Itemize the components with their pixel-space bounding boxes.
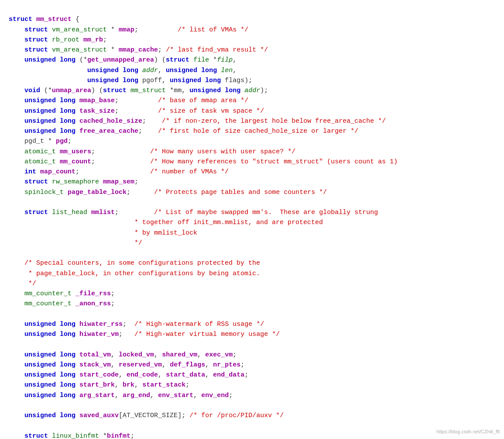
watermark: https://blog.csdn.net/CZHit_fft — [436, 428, 500, 436]
code-content: struct mm_struct { struct vm_area_struct… — [9, 4, 495, 439]
